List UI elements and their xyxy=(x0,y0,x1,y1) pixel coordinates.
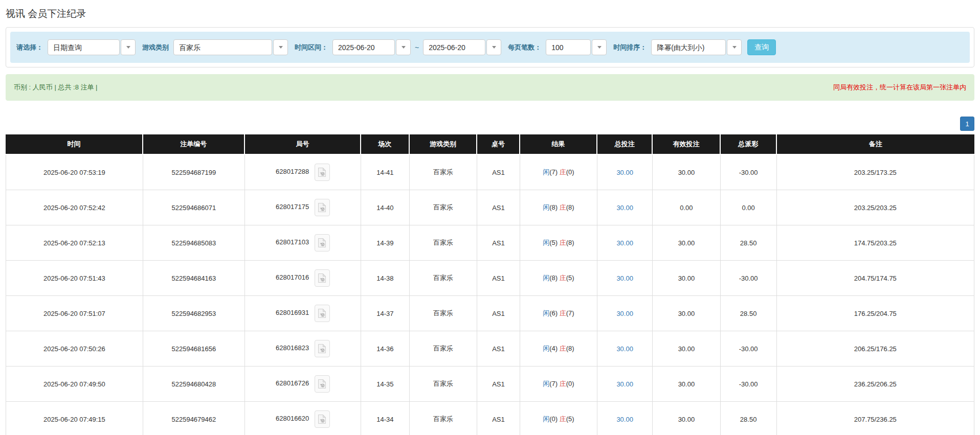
cell-bet-id: 522594681656 xyxy=(143,331,245,367)
cell-game: 百家乐 xyxy=(410,155,478,190)
cell-bet-id: 522594686071 xyxy=(143,190,245,225)
video-replay-button[interactable] xyxy=(315,164,330,181)
table-row: 2025-06-20 07:50:26522594681656628016823… xyxy=(6,331,974,367)
table-row: 2025-06-20 07:53:19522594687199628017288… xyxy=(6,155,974,190)
round-number: 628017016 xyxy=(276,273,309,281)
filter-bar: 请选择： 日期查询 游戏类别 百家乐 时间区间： 2025-06-20 ~ 20… xyxy=(10,32,970,63)
game-category-combobox[interactable]: 百家乐 xyxy=(173,39,288,55)
video-replay-button[interactable] xyxy=(315,340,330,357)
search-button[interactable]: 查询 xyxy=(747,39,776,55)
video-file-icon xyxy=(318,273,326,283)
cell-result: 闲(5) 庄(8) xyxy=(520,225,598,261)
cell-remark: 204.75/174.75 xyxy=(777,261,974,296)
result-banker: 庄 xyxy=(560,239,566,246)
bet-records-table: 时间 注单编号 局号 场次 游戏类别 桌号 结果 总投注 有效投注 总派彩 备注… xyxy=(6,134,974,435)
cell-total-bet: 30.00 xyxy=(597,155,653,190)
date-from-combobox[interactable]: 2025-06-20 xyxy=(332,39,411,55)
page-size-value[interactable]: 100 xyxy=(546,39,591,55)
cell-bet-id: 522594687199 xyxy=(143,155,245,190)
cell-time: 2025-06-20 07:51:07 xyxy=(6,296,143,331)
result-player: 闲 xyxy=(543,380,549,387)
cell-total-bet: 30.00 xyxy=(597,296,653,331)
cell-round: 628017103 xyxy=(245,225,361,261)
video-file-icon xyxy=(318,238,326,248)
cell-valid-bet: 30.00 xyxy=(653,367,721,402)
page-size-dropdown-button[interactable] xyxy=(592,39,607,55)
result-banker: 庄 xyxy=(560,415,566,423)
video-replay-button[interactable] xyxy=(315,199,330,216)
video-replay-button[interactable] xyxy=(315,269,330,287)
total-bet-link[interactable]: 30.00 xyxy=(616,274,633,282)
cell-session: 14-41 xyxy=(361,155,410,190)
cell-time: 2025-06-20 07:53:19 xyxy=(6,155,143,190)
table-body: 2025-06-20 07:53:19522594687199628017288… xyxy=(6,155,974,435)
date-from-dropdown-button[interactable] xyxy=(396,39,411,55)
filter-panel: 请选择： 日期查询 游戏类别 百家乐 时间区间： 2025-06-20 ~ 20… xyxy=(6,27,974,67)
cell-bet-id: 522594682953 xyxy=(143,296,245,331)
summary-bar: 币别 : 人民币 | 总共 :8 注单 | 同局有效投注，统一计算在该局第一张注… xyxy=(6,74,974,101)
cell-payout: -30.00 xyxy=(721,155,777,190)
total-bet-link[interactable]: 30.00 xyxy=(616,169,633,176)
cell-result: 闲(0) 庄(5) xyxy=(520,402,598,435)
cell-total-bet: 30.00 xyxy=(597,367,653,402)
cell-time: 2025-06-20 07:49:50 xyxy=(6,367,143,402)
currency-total-summary: 币别 : 人民币 | 总共 :8 注单 | xyxy=(14,83,98,92)
time-sort-value[interactable]: 降幂(由大到小) xyxy=(651,39,726,55)
table-header-row: 时间 注单编号 局号 场次 游戏类别 桌号 结果 总投注 有效投注 总派彩 备注 xyxy=(6,134,974,155)
cell-total-bet: 30.00 xyxy=(597,225,653,261)
date-to-dropdown-button[interactable] xyxy=(486,39,501,55)
cell-remark: 236.25/206.25 xyxy=(777,367,974,402)
select-type-value[interactable]: 日期查询 xyxy=(48,39,120,55)
cell-payout: 28.50 xyxy=(721,225,777,261)
cell-total-bet: 30.00 xyxy=(597,190,653,225)
cell-total-bet: 30.00 xyxy=(597,261,653,296)
cell-remark: 203.25/173.25 xyxy=(777,155,974,190)
cell-table-no: AS1 xyxy=(477,367,520,402)
video-file-icon xyxy=(318,344,326,354)
total-bet-link[interactable]: 30.00 xyxy=(616,416,633,423)
column-header-round: 局号 xyxy=(245,134,361,155)
video-replay-button[interactable] xyxy=(315,234,330,251)
time-sort-dropdown-button[interactable] xyxy=(727,39,742,55)
time-sort-combobox[interactable]: 降幂(由大到小) xyxy=(651,39,742,55)
cell-valid-bet: 30.00 xyxy=(653,155,721,190)
page-button-1[interactable]: 1 xyxy=(960,117,974,131)
page-size-combobox[interactable]: 100 xyxy=(546,39,607,55)
total-bet-link[interactable]: 30.00 xyxy=(616,239,633,247)
cell-result: 闲(8) 庄(8) xyxy=(520,190,598,225)
chevron-down-icon xyxy=(279,46,283,49)
result-player: 闲 xyxy=(543,239,549,246)
cell-session: 14-34 xyxy=(361,402,410,435)
cell-session: 14-39 xyxy=(361,225,410,261)
cell-session: 14-40 xyxy=(361,190,410,225)
video-file-icon xyxy=(318,308,326,318)
page-title: 视讯 会员下注纪录 xyxy=(6,7,974,20)
page-size-label: 每页笔数： xyxy=(508,43,541,52)
video-replay-button[interactable] xyxy=(315,410,330,428)
chevron-down-icon xyxy=(402,46,406,49)
result-player: 闲 xyxy=(543,203,549,211)
chevron-down-icon xyxy=(732,46,737,49)
cell-table-no: AS1 xyxy=(477,225,520,261)
select-type-combobox[interactable]: 日期查询 xyxy=(48,39,136,55)
select-type-dropdown-button[interactable] xyxy=(121,39,136,55)
cell-time: 2025-06-20 07:51:43 xyxy=(6,261,143,296)
game-category-value[interactable]: 百家乐 xyxy=(173,39,272,55)
video-replay-button[interactable] xyxy=(315,305,330,322)
total-bet-link[interactable]: 30.00 xyxy=(616,345,633,353)
total-bet-link[interactable]: 30.00 xyxy=(616,310,633,317)
date-to-value[interactable]: 2025-06-20 xyxy=(423,39,485,55)
date-from-value[interactable]: 2025-06-20 xyxy=(332,39,395,55)
cell-payout: 28.50 xyxy=(721,296,777,331)
total-bet-link[interactable]: 30.00 xyxy=(616,380,633,388)
cell-table-no: AS1 xyxy=(477,296,520,331)
round-number: 628016726 xyxy=(276,379,309,387)
total-bet-link[interactable]: 30.00 xyxy=(616,204,633,212)
cell-remark: 203.25/203.25 xyxy=(777,190,974,225)
video-replay-button[interactable] xyxy=(315,375,330,393)
game-category-dropdown-button[interactable] xyxy=(273,39,288,55)
result-banker: 庄 xyxy=(560,309,566,317)
result-player: 闲 xyxy=(543,309,549,317)
cell-total-bet: 30.00 xyxy=(597,402,653,435)
date-to-combobox[interactable]: 2025-06-20 xyxy=(423,39,501,55)
